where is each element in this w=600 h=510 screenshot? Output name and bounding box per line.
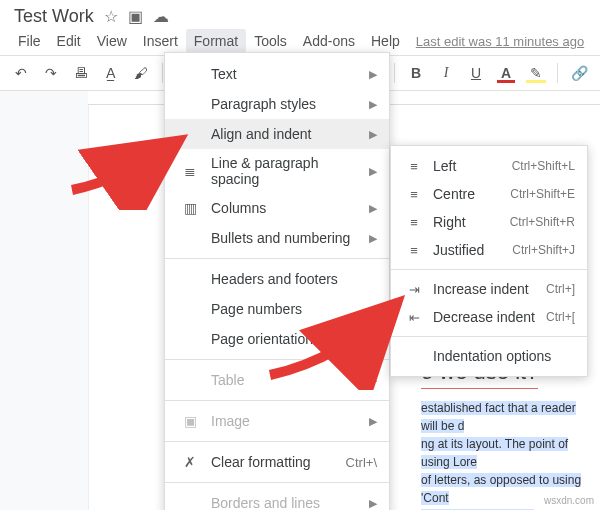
menu-help[interactable]: Help bbox=[363, 29, 408, 53]
chevron-right-icon: ▶ bbox=[369, 68, 377, 81]
columns-icon: ▥ bbox=[181, 200, 199, 216]
menu-edit[interactable]: Edit bbox=[49, 29, 89, 53]
align-left[interactable]: ≡LeftCtrl+Shift+L bbox=[391, 152, 587, 180]
print-icon[interactable]: 🖶 bbox=[68, 60, 94, 86]
format-menu: Text▶ Paragraph styles▶ Align and indent… bbox=[164, 52, 390, 510]
underline-button[interactable]: U bbox=[463, 60, 489, 86]
menu-text[interactable]: Text▶ bbox=[165, 59, 389, 89]
move-icon[interactable]: ▣ bbox=[128, 7, 143, 26]
last-edit[interactable]: Last edit was 11 minutes ago bbox=[416, 34, 584, 49]
menu-clear-formatting[interactable]: ✗Clear formattingCtrl+\ bbox=[165, 447, 389, 477]
italic-button[interactable]: I bbox=[433, 60, 459, 86]
bold-button[interactable]: B bbox=[403, 60, 429, 86]
align-indent-submenu: ≡LeftCtrl+Shift+L ≡CentreCtrl+Shift+E ≡R… bbox=[390, 145, 588, 377]
align-justified-icon: ≡ bbox=[405, 243, 423, 258]
menu-addons[interactable]: Add-ons bbox=[295, 29, 363, 53]
indent-increase-icon: ⇥ bbox=[405, 282, 423, 297]
clear-format-icon: ✗ bbox=[181, 454, 199, 470]
watermark: wsxdn.com bbox=[544, 495, 594, 506]
cloud-icon[interactable]: ☁ bbox=[153, 7, 169, 26]
menu-line-spacing[interactable]: ≣Line & paragraph spacing▶ bbox=[165, 149, 389, 193]
menu-paragraph-styles[interactable]: Paragraph styles▶ bbox=[165, 89, 389, 119]
paint-format-icon[interactable]: 🖌 bbox=[128, 60, 154, 86]
menu-columns[interactable]: ▥Columns▶ bbox=[165, 193, 389, 223]
star-icon[interactable]: ☆ bbox=[104, 7, 118, 26]
menu-file[interactable]: File bbox=[10, 29, 49, 53]
align-right-icon: ≡ bbox=[405, 215, 423, 230]
decrease-indent[interactable]: ⇤Decrease indentCtrl+[ bbox=[391, 303, 587, 331]
spellcheck-icon[interactable]: A̲ bbox=[98, 60, 124, 86]
menu-image: ▣Image▶ bbox=[165, 406, 389, 436]
align-left-icon: ≡ bbox=[405, 159, 423, 174]
menu-headers-footers[interactable]: Headers and footers bbox=[165, 264, 389, 294]
menu-tools[interactable]: Tools bbox=[246, 29, 295, 53]
align-right[interactable]: ≡RightCtrl+Shift+R bbox=[391, 208, 587, 236]
indent-decrease-icon: ⇤ bbox=[405, 310, 423, 325]
menu-page-orientation[interactable]: Page orientation bbox=[165, 324, 389, 354]
align-centre-icon: ≡ bbox=[405, 187, 423, 202]
indentation-options[interactable]: Indentation options bbox=[391, 342, 587, 370]
menu-bullets[interactable]: Bullets and numbering▶ bbox=[165, 223, 389, 253]
doc-title[interactable]: Test Work bbox=[14, 6, 94, 27]
menu-align-indent[interactable]: Align and indent▶ bbox=[165, 119, 389, 149]
menu-insert[interactable]: Insert bbox=[135, 29, 186, 53]
align-justified[interactable]: ≡JustifiedCtrl+Shift+J bbox=[391, 236, 587, 264]
increase-indent[interactable]: ⇥Increase indentCtrl+] bbox=[391, 275, 587, 303]
undo-icon[interactable]: ↶ bbox=[8, 60, 34, 86]
highlight-button[interactable]: ✎ bbox=[523, 60, 549, 86]
menu-format[interactable]: Format bbox=[186, 29, 246, 53]
line-spacing-icon: ≣ bbox=[181, 163, 199, 179]
insert-link-icon[interactable]: 🔗 bbox=[566, 60, 592, 86]
menu-page-numbers[interactable]: Page numbers bbox=[165, 294, 389, 324]
menubar: File Edit View Insert Format Tools Add-o… bbox=[0, 27, 600, 55]
align-centre[interactable]: ≡CentreCtrl+Shift+E bbox=[391, 180, 587, 208]
text-color-button[interactable]: A bbox=[493, 60, 519, 86]
menu-view[interactable]: View bbox=[89, 29, 135, 53]
redo-icon[interactable]: ↷ bbox=[38, 60, 64, 86]
menu-borders-lines: Borders and lines▶ bbox=[165, 488, 389, 510]
menu-table: Table▶ bbox=[165, 365, 389, 395]
image-icon: ▣ bbox=[181, 413, 199, 429]
